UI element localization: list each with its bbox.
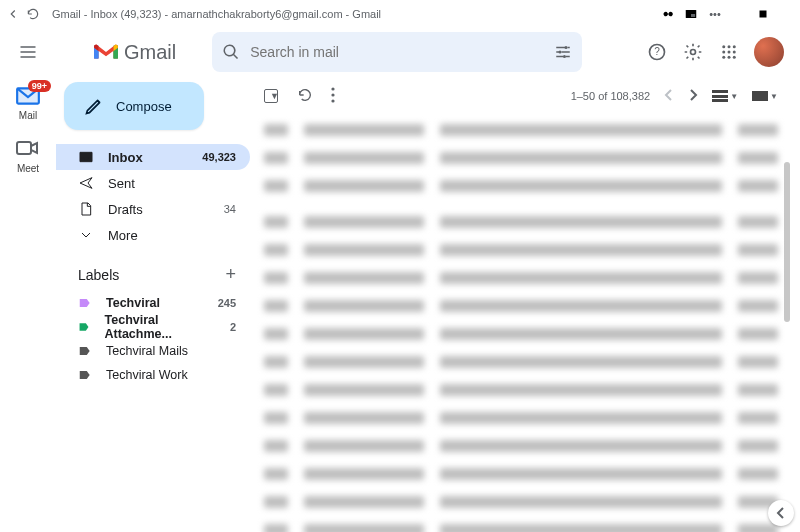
svg-rect-21 xyxy=(17,142,31,154)
svg-point-13 xyxy=(733,45,736,48)
nav-more[interactable]: More xyxy=(56,222,250,248)
minimize-icon[interactable] xyxy=(732,7,746,21)
svg-point-15 xyxy=(728,51,731,54)
message-row[interactable] xyxy=(250,488,792,516)
compose-button[interactable]: Compose xyxy=(64,82,204,130)
search-input[interactable] xyxy=(250,44,554,60)
more-actions-button[interactable] xyxy=(331,87,335,106)
svg-point-7 xyxy=(563,55,566,58)
more-horiz-icon[interactable]: ••• xyxy=(708,7,722,21)
svg-point-23 xyxy=(331,93,334,96)
svg-point-22 xyxy=(331,87,334,90)
svg-point-14 xyxy=(722,51,725,54)
search-options-icon[interactable] xyxy=(554,43,572,61)
label-item[interactable]: Techviral245 xyxy=(56,291,250,315)
gmail-logo: Gmail xyxy=(92,41,176,64)
message-row[interactable] xyxy=(250,236,792,264)
message-row[interactable] xyxy=(250,144,792,172)
svg-rect-1 xyxy=(691,14,695,17)
nav-drafts[interactable]: Drafts 34 xyxy=(56,196,250,222)
rail-mail-label: Mail xyxy=(19,110,37,121)
svg-point-11 xyxy=(722,45,725,48)
svg-point-16 xyxy=(733,51,736,54)
message-row[interactable] xyxy=(250,404,792,432)
pager-text: 1–50 of 108,382 xyxy=(571,90,651,102)
message-row[interactable] xyxy=(250,432,792,460)
nav-sent[interactable]: Sent xyxy=(56,170,250,196)
label-item[interactable]: Techviral Work xyxy=(56,363,250,387)
svg-point-6 xyxy=(559,51,562,54)
message-row[interactable] xyxy=(250,116,792,144)
support-icon[interactable]: ? xyxy=(646,41,668,63)
close-window-icon[interactable] xyxy=(780,7,794,21)
infinity-icon[interactable] xyxy=(660,7,674,21)
message-row[interactable] xyxy=(250,376,792,404)
back-icon[interactable] xyxy=(6,7,20,21)
reload-icon[interactable] xyxy=(26,7,40,21)
side-panel-toggle[interactable] xyxy=(768,500,794,526)
nav-drafts-count: 34 xyxy=(224,203,236,215)
next-page-button[interactable] xyxy=(688,88,698,105)
message-row[interactable] xyxy=(250,292,792,320)
label-item[interactable]: Techviral Mails xyxy=(56,339,250,363)
add-label-button[interactable]: + xyxy=(225,264,236,285)
window-title: Gmail - Inbox (49,323) - amarnathchakrab… xyxy=(52,8,381,20)
message-row[interactable] xyxy=(250,460,792,488)
search-bar[interactable] xyxy=(212,32,582,72)
density-toggle[interactable]: ▼ xyxy=(712,90,738,102)
svg-point-5 xyxy=(565,46,568,49)
mail-badge: 99+ xyxy=(28,80,51,92)
svg-rect-2 xyxy=(760,11,767,18)
search-icon xyxy=(222,43,240,61)
rail-mail[interactable]: 99+ Mail xyxy=(15,86,41,121)
nav-sent-label: Sent xyxy=(108,176,135,191)
nav-inbox-count: 49,323 xyxy=(202,151,236,163)
apps-grid-icon[interactable] xyxy=(718,41,740,63)
svg-point-12 xyxy=(728,45,731,48)
message-row[interactable] xyxy=(250,264,792,292)
input-tools-toggle[interactable]: ▼ xyxy=(752,91,778,101)
message-list xyxy=(250,116,792,532)
rail-meet-label: Meet xyxy=(17,163,39,174)
select-all-checkbox[interactable]: ▼ xyxy=(264,89,279,103)
settings-gear-icon[interactable] xyxy=(682,41,704,63)
svg-point-18 xyxy=(728,56,731,59)
message-row[interactable] xyxy=(250,348,792,376)
scrollbar[interactable] xyxy=(784,162,790,322)
svg-point-10 xyxy=(691,50,696,55)
maximize-icon[interactable] xyxy=(756,7,770,21)
svg-point-19 xyxy=(733,56,736,59)
prev-page-button[interactable] xyxy=(664,88,674,105)
nav-drafts-label: Drafts xyxy=(108,202,143,217)
compose-label: Compose xyxy=(116,99,172,114)
message-row[interactable] xyxy=(250,208,792,236)
main-menu-button[interactable] xyxy=(16,40,40,64)
rail-meet[interactable]: Meet xyxy=(15,139,41,174)
account-avatar[interactable] xyxy=(754,37,784,67)
svg-point-24 xyxy=(331,99,334,102)
refresh-button[interactable] xyxy=(297,87,313,106)
message-row[interactable] xyxy=(250,516,792,532)
message-row[interactable] xyxy=(250,172,792,200)
nav-more-label: More xyxy=(108,228,138,243)
message-row[interactable] xyxy=(250,320,792,348)
labels-header: Labels xyxy=(78,267,119,283)
nav-inbox[interactable]: Inbox 49,323 xyxy=(56,144,250,170)
pip-icon[interactable] xyxy=(684,7,698,21)
app-name: Gmail xyxy=(124,41,176,64)
label-item[interactable]: Techviral Attachme...2 xyxy=(56,315,250,339)
nav-inbox-label: Inbox xyxy=(108,150,143,165)
svg-point-17 xyxy=(722,56,725,59)
svg-text:?: ? xyxy=(654,46,660,57)
